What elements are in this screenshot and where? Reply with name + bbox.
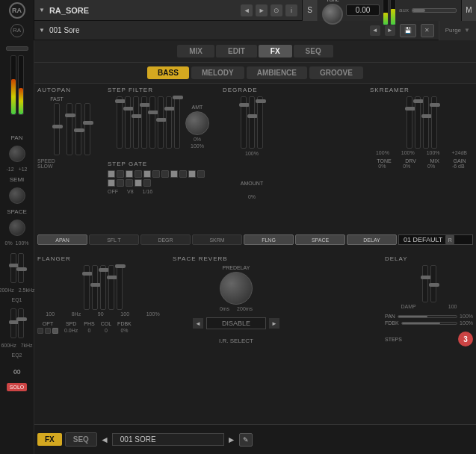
- bot-fx-btn[interactable]: FX: [37, 433, 62, 446]
- tab-fx[interactable]: FX: [259, 45, 292, 57]
- m-button[interactable]: M: [461, 0, 476, 21]
- step-dot-10[interactable]: [188, 170, 196, 178]
- tune-knob[interactable]: [322, 4, 343, 25]
- autopan-fader1[interactable]: [54, 103, 60, 155]
- preset-display: 01 DEFAULT R: [398, 234, 473, 245]
- fl-fader5[interactable]: [117, 265, 123, 310]
- preset-r-btn[interactable]: R: [445, 235, 454, 244]
- h2-del-btn[interactable]: ✕: [421, 24, 434, 37]
- tab-edit[interactable]: EDIT: [216, 45, 257, 57]
- step-dot-9[interactable]: [179, 170, 187, 178]
- step-dot-7[interactable]: [161, 170, 169, 178]
- step-dot-12[interactable]: [108, 179, 115, 187]
- predelay-knob[interactable]: [220, 272, 253, 305]
- deg-fader1[interactable]: [241, 96, 247, 149]
- skreamer-title: SKREAMER: [370, 87, 473, 93]
- next-btn[interactable]: ►: [256, 4, 268, 16]
- sf-fader2[interactable]: [125, 96, 131, 149]
- triangle-icon[interactable]: ▼: [39, 7, 45, 13]
- space-label: SPACE: [7, 208, 27, 215]
- autopan-fader4[interactable]: [84, 103, 90, 155]
- fx-tog-sflt[interactable]: SFL T: [89, 234, 139, 245]
- fl-fader3[interactable]: [100, 265, 106, 310]
- sf-fader1[interactable]: [117, 96, 123, 149]
- fl-fader2[interactable]: [92, 265, 98, 310]
- sf-fader4[interactable]: [141, 96, 147, 149]
- h2-triangle[interactable]: ▼: [39, 27, 45, 34]
- info-btn[interactable]: i: [285, 4, 297, 16]
- sf-fader6[interactable]: [158, 96, 164, 149]
- fl-opt-btn1[interactable]: [37, 328, 43, 334]
- step-dot-16[interactable]: [143, 179, 151, 187]
- solo-btn[interactable]: SOLO: [7, 383, 27, 391]
- eq1-fader2[interactable]: [18, 253, 24, 283]
- space-knob[interactable]: [9, 220, 25, 236]
- cat-bass[interactable]: BASS: [147, 66, 189, 79]
- fx-tog-degr[interactable]: DEGR: [140, 234, 191, 245]
- step-dot-1[interactable]: [108, 170, 115, 178]
- fl-opt-btn3[interactable]: [52, 328, 58, 334]
- sk-fader4[interactable]: [431, 96, 437, 149]
- semi-knob[interactable]: [9, 187, 25, 204]
- bot-edit-btn[interactable]: ✎: [239, 433, 253, 447]
- bot-next-btn[interactable]: ►: [227, 435, 236, 445]
- del-fader1[interactable]: [422, 265, 428, 302]
- sf-fader3[interactable]: [133, 96, 139, 149]
- sk-fader3[interactable]: [423, 96, 429, 149]
- fx-tog-flng[interactable]: FLNG: [244, 234, 294, 245]
- deg-fader2[interactable]: [249, 96, 255, 149]
- step-dot-15[interactable]: [135, 179, 142, 187]
- bot-seq-btn[interactable]: SEQ: [65, 432, 97, 447]
- level-meter-r: [18, 55, 24, 115]
- prev-btn[interactable]: ◄: [241, 4, 253, 16]
- sf-fader5[interactable]: [149, 96, 155, 149]
- fx-tog-space[interactable]: SPACE: [295, 234, 345, 245]
- h2-next-btn[interactable]: ►: [385, 25, 395, 36]
- sec-spacereverb: SPACE REVERB PREDELAY 0ms 200ms ◄ DISABL…: [173, 255, 300, 346]
- fx-tog-delay[interactable]: DELAY: [347, 234, 397, 245]
- autopan-fader3[interactable]: [75, 103, 81, 155]
- step-dot-6[interactable]: [152, 170, 160, 178]
- step-dot-11[interactable]: [197, 170, 205, 178]
- step-dot-13[interactable]: [117, 179, 124, 187]
- autopan-fader2[interactable]: [67, 103, 72, 155]
- spacereverb-prev-btn[interactable]: ◄: [193, 318, 203, 329]
- sk-fader2[interactable]: [415, 96, 421, 149]
- step-dot-4[interactable]: [135, 170, 142, 178]
- fl-fader1[interactable]: [84, 265, 90, 310]
- pan-knob[interactable]: [9, 146, 25, 162]
- s-button[interactable]: S: [302, 0, 317, 21]
- h2-save-btn[interactable]: 💾: [400, 24, 416, 37]
- sk-fader1[interactable]: [407, 96, 412, 149]
- h2-prev-btn[interactable]: ◄: [370, 25, 380, 36]
- fl-opt-btn2[interactable]: [45, 328, 51, 334]
- tab-mix[interactable]: MIX: [177, 45, 214, 57]
- step-dot-14[interactable]: [126, 179, 133, 187]
- step-dot-8[interactable]: [170, 170, 178, 178]
- step-dot-2[interactable]: [117, 170, 124, 178]
- deg-fader3[interactable]: [257, 96, 263, 149]
- sf-fader8[interactable]: [174, 96, 180, 149]
- eq2-fader1[interactable]: [10, 308, 16, 338]
- flanger-title: FLANGER: [37, 255, 168, 262]
- cat-melody[interactable]: MELODY: [191, 66, 244, 79]
- step-dot-5[interactable]: [143, 170, 151, 178]
- fl-fader4[interactable]: [108, 265, 114, 310]
- camera-btn[interactable]: ⊙: [271, 4, 282, 16]
- fx-tog-apan[interactable]: APAN: [37, 234, 87, 245]
- cat-groove[interactable]: GROOVE: [309, 66, 363, 79]
- eq2-fader2[interactable]: [18, 308, 24, 338]
- cat-ambience[interactable]: AMBIENCE: [247, 66, 307, 79]
- fx-tog-skrm[interactable]: SKRM: [192, 234, 242, 245]
- bot-prev-btn[interactable]: ◄: [100, 435, 109, 445]
- sk-tone-val: 0%: [378, 164, 386, 169]
- eq1-fader1[interactable]: [10, 253, 16, 283]
- tune-label: Tune: [326, 0, 339, 3]
- spacereverb-next-btn[interactable]: ►: [269, 318, 279, 329]
- step-dot-3[interactable]: [126, 170, 133, 178]
- del-fader2[interactable]: [430, 265, 436, 302]
- tab-seq[interactable]: SEQ: [294, 45, 333, 57]
- purge-dropdown-icon[interactable]: ▼: [464, 27, 470, 34]
- sf-fader7[interactable]: [166, 96, 172, 149]
- stepfilter-amt-knob[interactable]: [185, 111, 209, 135]
